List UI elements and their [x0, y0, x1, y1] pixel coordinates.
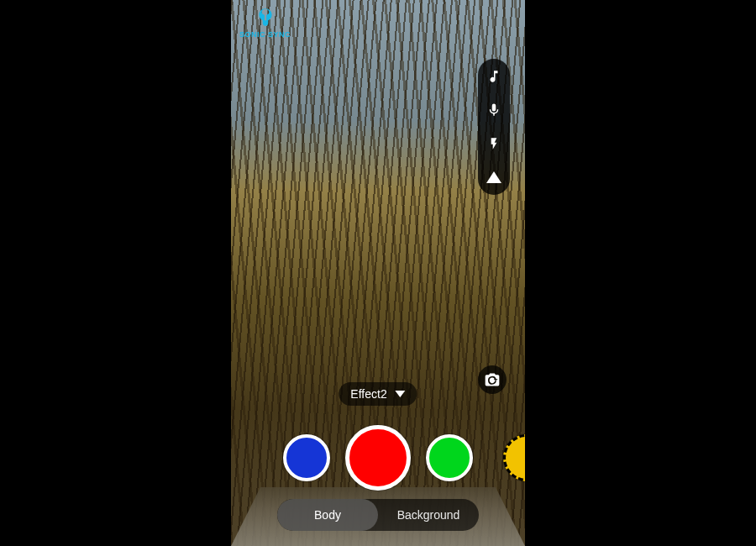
effect-selector-label: Effect2 — [350, 387, 386, 401]
target-segmented-control: Body Background — [277, 499, 479, 531]
segment-body[interactable]: Body — [277, 499, 378, 531]
phone-viewport: SONIC SYNC Effect2 — [231, 0, 525, 546]
app-stage: SONIC SYNC Effect2 — [0, 0, 756, 546]
flash-button[interactable] — [485, 134, 503, 153]
logo-text: SONIC SYNC — [239, 30, 291, 39]
side-toolbar — [478, 59, 510, 195]
color-swatch-blue[interactable] — [283, 434, 330, 481]
segment-background[interactable]: Background — [378, 499, 479, 531]
logo-glyph-icon — [255, 7, 276, 29]
microphone-button[interactable] — [485, 101, 503, 119]
color-swatch-red[interactable] — [345, 425, 411, 491]
flash-icon — [487, 136, 501, 151]
switch-camera-button[interactable] — [478, 365, 507, 394]
chevron-down-icon — [396, 391, 406, 397]
switch-camera-icon — [484, 371, 501, 388]
app-logo: SONIC SYNC — [239, 7, 291, 39]
microphone-icon — [486, 102, 501, 118]
collapse-up-icon — [486, 171, 501, 183]
music-note-icon — [486, 69, 501, 84]
color-swatch-yellow[interactable] — [503, 434, 525, 481]
effect-selector[interactable]: Effect2 — [339, 382, 417, 406]
music-button[interactable] — [485, 67, 503, 86]
color-swatch-row — [231, 420, 525, 496]
color-swatch-green[interactable] — [426, 434, 473, 481]
collapse-button[interactable] — [485, 168, 503, 186]
